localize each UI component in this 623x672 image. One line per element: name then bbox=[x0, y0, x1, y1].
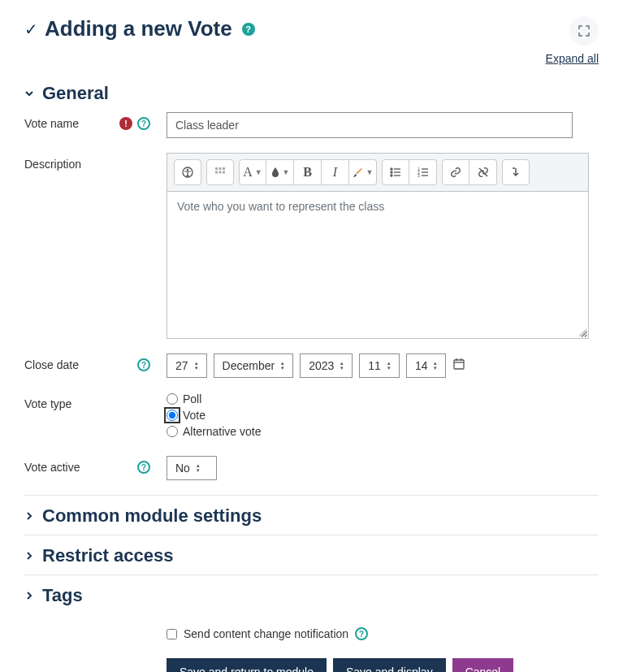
check-icon bbox=[24, 20, 38, 39]
label-vote-type: Vote type bbox=[24, 397, 71, 410]
tb-link-button[interactable] bbox=[442, 159, 469, 185]
section-general-title: General bbox=[42, 83, 109, 104]
svg-rect-6 bbox=[219, 171, 222, 174]
description-editor: A▼ ▼ B I ▼ bbox=[167, 153, 589, 339]
tb-italic-button[interactable]: I bbox=[322, 159, 349, 185]
section-tags-header[interactable]: Tags bbox=[24, 575, 599, 614]
unlink-icon bbox=[478, 167, 489, 178]
chevron-right-icon bbox=[24, 511, 34, 521]
label-vote-active: Vote active bbox=[24, 461, 80, 474]
chevron-updown-icon bbox=[281, 361, 284, 371]
fullscreen-button[interactable] bbox=[569, 16, 599, 46]
section-common-header[interactable]: Common module settings bbox=[24, 496, 599, 535]
section-general-header[interactable]: General bbox=[24, 73, 599, 112]
tb-brush-button[interactable]: ▼ bbox=[349, 159, 377, 185]
close-date-year-select[interactable]: 2023 bbox=[300, 353, 353, 378]
svg-rect-4 bbox=[223, 167, 225, 170]
svg-rect-3 bbox=[219, 167, 222, 170]
list-ul-icon bbox=[390, 167, 401, 178]
svg-point-9 bbox=[391, 171, 392, 173]
label-description: Description bbox=[24, 158, 81, 171]
save-display-button[interactable]: Save and display bbox=[333, 658, 446, 672]
required-icon: ! bbox=[119, 117, 132, 130]
vote-active-select[interactable]: No bbox=[167, 456, 217, 480]
chevron-updown-icon bbox=[197, 463, 200, 473]
chevron-updown-icon bbox=[340, 361, 344, 371]
chevron-down-icon bbox=[24, 89, 34, 98]
fullscreen-icon bbox=[578, 24, 591, 37]
label-close-date: Close date bbox=[24, 358, 79, 371]
tb-font-button[interactable]: A▼ bbox=[239, 159, 266, 185]
svg-point-8 bbox=[391, 168, 392, 170]
arrow-down-icon bbox=[511, 167, 521, 178]
tb-bold-button[interactable]: B bbox=[294, 159, 322, 185]
section-restrict-header[interactable]: Restrict access bbox=[24, 535, 599, 574]
tb-ol-button[interactable]: 123 bbox=[409, 159, 437, 185]
chevron-right-icon bbox=[24, 591, 34, 600]
section-restrict-title: Restrict access bbox=[42, 545, 173, 566]
svg-point-1 bbox=[187, 169, 188, 171]
vote-name-input[interactable] bbox=[167, 112, 573, 138]
close-date-day-select[interactable]: 27 bbox=[167, 353, 207, 378]
help-icon[interactable]: ? bbox=[137, 461, 150, 474]
svg-text:3: 3 bbox=[417, 173, 420, 178]
close-date-minute-select[interactable]: 14 bbox=[406, 353, 447, 378]
tb-grid-button[interactable] bbox=[206, 159, 234, 185]
editor-toolbar: A▼ ▼ B I ▼ bbox=[167, 154, 588, 192]
notify-checkbox[interactable] bbox=[167, 629, 177, 639]
calendar-icon[interactable] bbox=[452, 358, 465, 374]
help-icon[interactable]: ? bbox=[137, 358, 150, 371]
svg-rect-5 bbox=[215, 171, 218, 174]
resize-handle-icon[interactable] bbox=[578, 328, 586, 336]
tb-ul-button[interactable] bbox=[382, 159, 409, 185]
svg-rect-21 bbox=[454, 360, 464, 369]
close-date-month-select[interactable]: December bbox=[214, 353, 294, 378]
tb-color-button[interactable]: ▼ bbox=[266, 159, 294, 185]
grid-icon bbox=[214, 167, 226, 178]
link-icon bbox=[450, 167, 461, 178]
list-ol-icon: 123 bbox=[417, 167, 429, 178]
vote-type-alt-radio[interactable]: Alternative vote bbox=[167, 425, 599, 438]
cancel-button[interactable]: Cancel bbox=[452, 658, 514, 672]
label-vote-name: Vote name bbox=[24, 117, 79, 130]
help-icon[interactable]: ? bbox=[355, 627, 368, 640]
section-tags-title: Tags bbox=[42, 585, 83, 606]
chevron-updown-icon bbox=[195, 361, 198, 371]
section-common-title: Common module settings bbox=[42, 505, 262, 527]
accessibility-icon bbox=[182, 167, 193, 178]
close-date-hour-select[interactable]: 11 bbox=[359, 353, 400, 378]
tb-arrow-button[interactable] bbox=[502, 159, 530, 185]
chevron-updown-icon bbox=[387, 361, 391, 371]
svg-rect-7 bbox=[223, 171, 225, 174]
page-title: Adding a new Vote bbox=[45, 16, 232, 41]
expand-all-link[interactable]: Expand all bbox=[24, 52, 599, 65]
help-icon[interactable]: ? bbox=[242, 23, 255, 36]
svg-rect-2 bbox=[215, 167, 218, 170]
tb-accessibility-button[interactable] bbox=[174, 159, 201, 185]
chevron-right-icon bbox=[24, 551, 34, 561]
help-icon[interactable]: ? bbox=[137, 117, 150, 130]
chevron-updown-icon bbox=[434, 361, 437, 371]
description-textarea[interactable]: Vote who you want to represent the class bbox=[167, 192, 588, 338]
drop-icon bbox=[270, 167, 280, 178]
svg-point-10 bbox=[391, 175, 392, 176]
vote-type-vote-radio[interactable]: Vote bbox=[167, 409, 599, 422]
brush-icon bbox=[353, 167, 364, 178]
label-notify: Send content change notification bbox=[184, 627, 348, 640]
tb-unlink-button[interactable] bbox=[469, 159, 497, 185]
save-return-button[interactable]: Save and return to module bbox=[167, 658, 327, 672]
vote-type-poll-radio[interactable]: Poll bbox=[167, 392, 599, 405]
